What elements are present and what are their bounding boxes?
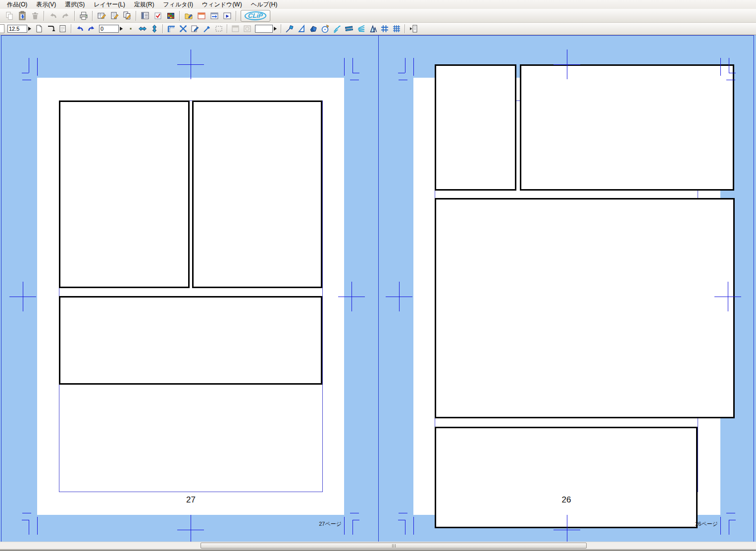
- menu-layer[interactable]: レイヤー(L): [89, 0, 130, 9]
- crop-mark: [720, 58, 721, 76]
- panel-toggle-icon[interactable]: [408, 23, 419, 34]
- crop-mark: [22, 80, 31, 80]
- page-edit-icon[interactable]: [108, 10, 120, 22]
- page-stack-icon[interactable]: [57, 23, 68, 34]
- page-list-icon[interactable]: [139, 10, 151, 22]
- crop-mark: [554, 530, 580, 530]
- delete-icon[interactable]: [29, 10, 41, 22]
- crop-mark: [554, 64, 580, 65]
- crop-mark: [37, 58, 38, 76]
- crop-mark: [398, 520, 405, 520]
- tool-option-input[interactable]: [255, 25, 273, 33]
- undo-icon[interactable]: [47, 10, 59, 22]
- checkbox-options-icon[interactable]: [152, 10, 164, 22]
- redo-blue-icon[interactable]: [86, 23, 97, 34]
- marquee-icon[interactable]: [213, 23, 224, 34]
- panel-frame[interactable]: [435, 198, 735, 418]
- pen-sheet-icon[interactable]: [190, 23, 201, 34]
- flip-horizontal-icon[interactable]: [137, 23, 148, 34]
- set-square-icon[interactable]: [296, 23, 307, 34]
- new-page-icon[interactable]: [34, 23, 45, 34]
- crop-mark: [22, 513, 31, 513]
- play-window-icon[interactable]: [221, 10, 233, 22]
- panel-frame[interactable]: [192, 100, 322, 288]
- material-folder-icon[interactable]: [183, 10, 195, 22]
- copy-icon[interactable]: [3, 10, 15, 22]
- toolbar-separator: [44, 11, 45, 21]
- color-palette-icon[interactable]: [165, 10, 177, 22]
- crop-mark: [754, 35, 754, 542]
- page-corner-label: 27ページ: [297, 520, 342, 528]
- page-number: 26: [435, 495, 698, 505]
- paste-icon[interactable]: [16, 10, 28, 22]
- page-number: 27: [59, 495, 323, 505]
- page-turn-icon[interactable]: [46, 23, 56, 34]
- menu-window[interactable]: ウィンドウ(W): [198, 0, 247, 9]
- layer-a-icon[interactable]: [230, 23, 241, 34]
- center-dot-icon[interactable]: [125, 23, 136, 34]
- rotation-spinner-icon[interactable]: [120, 27, 123, 31]
- french-curve-icon[interactable]: [332, 23, 343, 34]
- menu-filter[interactable]: フィルタ(I): [159, 0, 198, 9]
- panel-frame[interactable]: [435, 64, 516, 191]
- crop-mark: [726, 513, 735, 513]
- solid-shape-icon[interactable]: [308, 23, 319, 34]
- page-toolbar: [0, 23, 756, 35]
- redo-icon[interactable]: [60, 10, 72, 22]
- crop-mark: [353, 73, 359, 73]
- menu-select[interactable]: 選択(S): [60, 0, 89, 9]
- clipped-button[interactable]: [0, 24, 4, 33]
- grid-sparse-icon[interactable]: [379, 23, 390, 34]
- crop-mark: [729, 73, 736, 73]
- radial-lines-icon[interactable]: [355, 23, 366, 34]
- panel-frame[interactable]: [520, 64, 734, 191]
- menu-help[interactable]: ヘルプ(H): [247, 0, 282, 9]
- line-pen-icon[interactable]: [284, 23, 295, 34]
- window-bottom-edge: [0, 549, 756, 551]
- print-icon[interactable]: [78, 10, 90, 22]
- horizontal-scrollbar[interactable]: [0, 542, 756, 549]
- parallel-lines-icon[interactable]: [344, 23, 354, 34]
- zoom-spinner-icon[interactable]: [28, 27, 31, 31]
- crop-mark: [1, 35, 754, 36]
- clip-web-button[interactable]: CLiP: [241, 10, 270, 22]
- page-corner-label: 26ページ: [673, 520, 718, 528]
- crop-mark: [413, 58, 414, 76]
- main-toolbar: CLiP: [0, 9, 756, 23]
- crop-mark: [191, 515, 191, 542]
- crop-mark: [405, 520, 405, 535]
- menu-ruler[interactable]: 定規(R): [130, 0, 159, 9]
- crop-mark: [399, 80, 407, 80]
- crop-mark: [405, 58, 405, 73]
- toolbar-separator: [236, 11, 237, 21]
- scrollbar-thumb[interactable]: [201, 543, 587, 549]
- crop-mark: [9, 297, 36, 297]
- corner-ruler-icon[interactable]: [166, 23, 177, 34]
- grid-dense-icon[interactable]: [391, 23, 402, 34]
- undo-blue-icon[interactable]: [74, 23, 85, 34]
- zoom-input[interactable]: [7, 25, 27, 33]
- flip-vertical-icon[interactable]: [149, 23, 160, 34]
- panel-frame[interactable]: [59, 296, 322, 385]
- crop-mark: [353, 58, 353, 73]
- toolbar-separator: [71, 24, 72, 33]
- sync-window-icon[interactable]: [208, 10, 220, 22]
- canvas[interactable]: 2727ページ2626ページ: [0, 35, 756, 542]
- tool-option-spinner-icon[interactable]: [274, 27, 277, 31]
- crop-mark: [344, 58, 345, 76]
- pen-angle-icon[interactable]: [202, 23, 212, 34]
- menu-work[interactable]: 作品(O): [2, 0, 32, 9]
- crop-mark: [29, 520, 29, 535]
- story-edit-icon[interactable]: [96, 10, 107, 22]
- panel-frame[interactable]: [435, 427, 698, 528]
- perspective-ruler-icon[interactable]: [367, 23, 378, 34]
- window-frame-icon[interactable]: [196, 10, 207, 22]
- rotation-input[interactable]: [99, 25, 119, 33]
- batch-edit-icon[interactable]: [121, 10, 133, 22]
- compass-icon[interactable]: [320, 23, 331, 34]
- panel-frame[interactable]: [59, 100, 190, 288]
- layer-b-icon[interactable]: [242, 23, 253, 34]
- menu-view[interactable]: 表示(V): [32, 0, 60, 9]
- toolbar-separator: [227, 24, 228, 33]
- move-points-icon[interactable]: [178, 23, 189, 34]
